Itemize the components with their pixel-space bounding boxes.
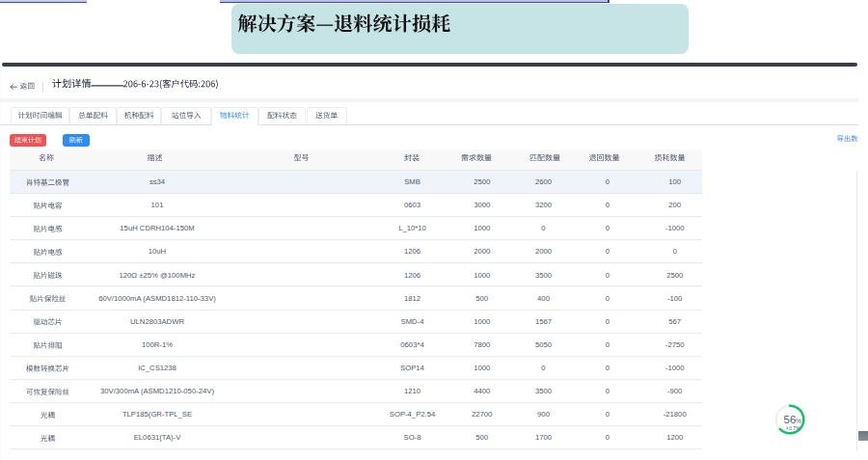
svg-text:56: 56 — [783, 414, 796, 425]
svg-text:%: % — [796, 418, 801, 424]
svg-text:0.7%: 0.7% — [789, 426, 800, 431]
